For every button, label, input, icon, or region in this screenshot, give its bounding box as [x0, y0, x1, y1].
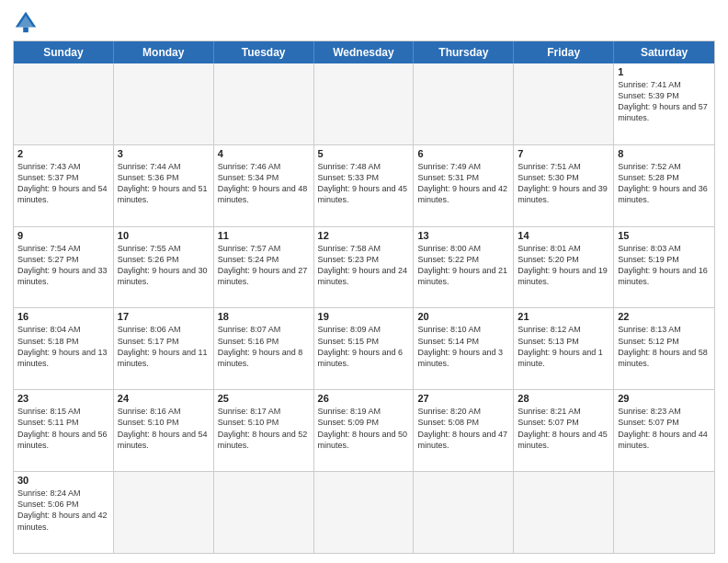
day-number: 17	[118, 311, 210, 322]
day-number: 15	[618, 230, 711, 241]
calendar-header: SundayMondayTuesdayWednesdayThursdayFrid…	[14, 41, 714, 63]
day-number: 29	[618, 393, 711, 404]
cell-info: Sunrise: 8:24 AM Sunset: 5:06 PM Dayligh…	[17, 488, 109, 533]
calendar-cell: 5Sunrise: 7:48 AM Sunset: 5:33 PM Daylig…	[314, 145, 415, 226]
day-number: 28	[518, 393, 609, 404]
day-number: 25	[218, 393, 310, 404]
weekday-header: Thursday	[414, 41, 514, 63]
calendar-cell: 1Sunrise: 7:41 AM Sunset: 5:39 PM Daylig…	[614, 63, 714, 144]
calendar-cell	[414, 472, 514, 553]
calendar-cell: 27Sunrise: 8:20 AM Sunset: 5:08 PM Dayli…	[414, 390, 514, 471]
day-number: 26	[318, 393, 410, 404]
calendar: SundayMondayTuesdayWednesdayThursdayFrid…	[13, 40, 715, 554]
day-number: 14	[518, 230, 609, 241]
cell-info: Sunrise: 8:21 AM Sunset: 5:07 PM Dayligh…	[518, 406, 609, 451]
calendar-cell: 2Sunrise: 7:43 AM Sunset: 5:37 PM Daylig…	[14, 145, 114, 226]
cell-info: Sunrise: 7:49 AM Sunset: 5:31 PM Dayligh…	[417, 161, 509, 206]
calendar-cell: 30Sunrise: 8:24 AM Sunset: 5:06 PM Dayli…	[14, 472, 114, 553]
calendar-cell	[514, 63, 614, 144]
cell-info: Sunrise: 7:58 AM Sunset: 5:23 PM Dayligh…	[318, 243, 410, 288]
calendar-cell: 22Sunrise: 8:13 AM Sunset: 5:12 PM Dayli…	[614, 308, 714, 389]
calendar-cell	[614, 472, 714, 553]
page: SundayMondayTuesdayWednesdayThursdayFrid…	[0, 0, 728, 563]
day-number: 12	[318, 230, 410, 241]
cell-info: Sunrise: 8:23 AM Sunset: 5:07 PM Dayligh…	[618, 406, 711, 451]
calendar-cell	[414, 63, 514, 144]
cell-info: Sunrise: 7:52 AM Sunset: 5:28 PM Dayligh…	[618, 161, 711, 206]
cell-info: Sunrise: 8:04 AM Sunset: 5:18 PM Dayligh…	[17, 324, 109, 369]
cell-info: Sunrise: 7:57 AM Sunset: 5:24 PM Dayligh…	[218, 243, 310, 288]
calendar-row: 2Sunrise: 7:43 AM Sunset: 5:37 PM Daylig…	[14, 144, 714, 226]
cell-info: Sunrise: 8:10 AM Sunset: 5:14 PM Dayligh…	[417, 324, 509, 369]
cell-info: Sunrise: 8:19 AM Sunset: 5:09 PM Dayligh…	[318, 406, 410, 451]
day-number: 10	[118, 230, 210, 241]
cell-info: Sunrise: 8:07 AM Sunset: 5:16 PM Dayligh…	[218, 324, 310, 369]
day-number: 22	[618, 311, 711, 322]
logo	[13, 9, 42, 35]
svg-rect-2	[23, 28, 28, 33]
cell-info: Sunrise: 8:17 AM Sunset: 5:10 PM Dayligh…	[218, 406, 310, 451]
cell-info: Sunrise: 8:20 AM Sunset: 5:08 PM Dayligh…	[417, 406, 509, 451]
cell-info: Sunrise: 8:09 AM Sunset: 5:15 PM Dayligh…	[318, 324, 410, 369]
day-number: 9	[17, 230, 109, 241]
calendar-cell	[514, 472, 614, 553]
weekday-header: Monday	[114, 41, 214, 63]
cell-info: Sunrise: 8:12 AM Sunset: 5:13 PM Dayligh…	[518, 324, 609, 369]
cell-info: Sunrise: 8:03 AM Sunset: 5:19 PM Dayligh…	[618, 243, 711, 288]
calendar-cell: 7Sunrise: 7:51 AM Sunset: 5:30 PM Daylig…	[514, 145, 614, 226]
day-number: 3	[118, 148, 210, 159]
calendar-cell	[314, 63, 415, 144]
header	[13, 9, 715, 35]
calendar-cell: 29Sunrise: 8:23 AM Sunset: 5:07 PM Dayli…	[614, 390, 714, 471]
calendar-body: 1Sunrise: 7:41 AM Sunset: 5:39 PM Daylig…	[14, 63, 714, 553]
calendar-cell: 8Sunrise: 7:52 AM Sunset: 5:28 PM Daylig…	[614, 145, 714, 226]
calendar-cell: 10Sunrise: 7:55 AM Sunset: 5:26 PM Dayli…	[114, 227, 214, 308]
calendar-cell: 14Sunrise: 8:01 AM Sunset: 5:20 PM Dayli…	[514, 227, 614, 308]
weekday-header: Sunday	[14, 41, 114, 63]
day-number: 1	[618, 66, 711, 77]
calendar-cell: 16Sunrise: 8:04 AM Sunset: 5:18 PM Dayli…	[14, 308, 114, 389]
day-number: 6	[417, 148, 509, 159]
cell-info: Sunrise: 7:41 AM Sunset: 5:39 PM Dayligh…	[618, 79, 711, 124]
cell-info: Sunrise: 8:15 AM Sunset: 5:11 PM Dayligh…	[17, 406, 109, 451]
day-number: 8	[618, 148, 711, 159]
weekday-header: Wednesday	[314, 41, 415, 63]
calendar-cell: 25Sunrise: 8:17 AM Sunset: 5:10 PM Dayli…	[214, 390, 314, 471]
calendar-row: 30Sunrise: 8:24 AM Sunset: 5:06 PM Dayli…	[14, 471, 714, 553]
day-number: 23	[17, 393, 109, 404]
cell-info: Sunrise: 7:55 AM Sunset: 5:26 PM Dayligh…	[118, 243, 210, 288]
calendar-cell: 21Sunrise: 8:12 AM Sunset: 5:13 PM Dayli…	[514, 308, 614, 389]
calendar-row: 9Sunrise: 7:54 AM Sunset: 5:27 PM Daylig…	[14, 226, 714, 308]
day-number: 21	[518, 311, 609, 322]
calendar-row: 1Sunrise: 7:41 AM Sunset: 5:39 PM Daylig…	[14, 63, 714, 144]
cell-info: Sunrise: 8:13 AM Sunset: 5:12 PM Dayligh…	[618, 324, 711, 369]
cell-info: Sunrise: 7:44 AM Sunset: 5:36 PM Dayligh…	[118, 161, 210, 206]
calendar-cell: 18Sunrise: 8:07 AM Sunset: 5:16 PM Dayli…	[214, 308, 314, 389]
cell-info: Sunrise: 7:48 AM Sunset: 5:33 PM Dayligh…	[318, 161, 410, 206]
day-number: 13	[417, 230, 509, 241]
day-number: 18	[218, 311, 310, 322]
calendar-cell: 28Sunrise: 8:21 AM Sunset: 5:07 PM Dayli…	[514, 390, 614, 471]
cell-info: Sunrise: 7:46 AM Sunset: 5:34 PM Dayligh…	[218, 161, 310, 206]
calendar-cell: 20Sunrise: 8:10 AM Sunset: 5:14 PM Dayli…	[414, 308, 514, 389]
calendar-cell	[114, 63, 214, 144]
calendar-cell: 17Sunrise: 8:06 AM Sunset: 5:17 PM Dayli…	[114, 308, 214, 389]
day-number: 7	[518, 148, 609, 159]
calendar-cell: 6Sunrise: 7:49 AM Sunset: 5:31 PM Daylig…	[414, 145, 514, 226]
day-number: 11	[218, 230, 310, 241]
calendar-cell: 19Sunrise: 8:09 AM Sunset: 5:15 PM Dayli…	[314, 308, 415, 389]
calendar-cell: 23Sunrise: 8:15 AM Sunset: 5:11 PM Dayli…	[14, 390, 114, 471]
day-number: 20	[417, 311, 509, 322]
logo-icon	[13, 9, 39, 35]
cell-info: Sunrise: 7:54 AM Sunset: 5:27 PM Dayligh…	[17, 243, 109, 288]
day-number: 27	[417, 393, 509, 404]
day-number: 2	[17, 148, 109, 159]
cell-info: Sunrise: 8:06 AM Sunset: 5:17 PM Dayligh…	[118, 324, 210, 369]
calendar-cell: 26Sunrise: 8:19 AM Sunset: 5:09 PM Dayli…	[314, 390, 415, 471]
calendar-cell: 13Sunrise: 8:00 AM Sunset: 5:22 PM Dayli…	[414, 227, 514, 308]
calendar-cell: 4Sunrise: 7:46 AM Sunset: 5:34 PM Daylig…	[214, 145, 314, 226]
calendar-cell: 11Sunrise: 7:57 AM Sunset: 5:24 PM Dayli…	[214, 227, 314, 308]
calendar-cell: 15Sunrise: 8:03 AM Sunset: 5:19 PM Dayli…	[614, 227, 714, 308]
day-number: 5	[318, 148, 410, 159]
weekday-header: Saturday	[614, 41, 714, 63]
